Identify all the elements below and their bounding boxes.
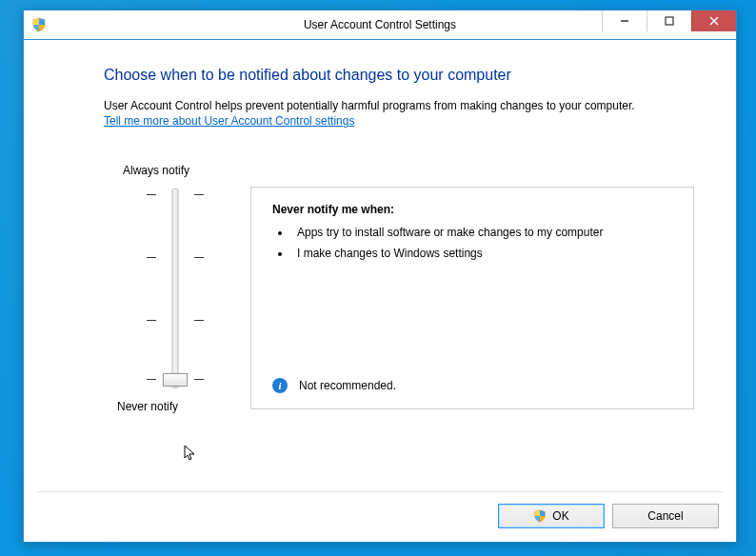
info-footer-text: Not recommended. (299, 379, 396, 392)
mouse-cursor-icon (184, 445, 197, 462)
cancel-button-label: Cancel (647, 509, 683, 523)
info-title: Never notify me when: (272, 203, 676, 216)
info-item: Apps try to install software or make cha… (291, 226, 676, 239)
page-heading: Choose when to be notified about changes… (104, 67, 702, 84)
uac-settings-window: User Account Control Settings Choose whe… (23, 10, 737, 543)
maximize-button[interactable] (647, 10, 691, 31)
slider-label-always: Always notify (123, 164, 189, 177)
info-icon (272, 378, 288, 393)
svg-rect-1 (666, 17, 673, 25)
slider-track (172, 189, 179, 388)
slider-label-never: Never notify (117, 400, 178, 413)
footer-buttons: OK Cancel (498, 504, 719, 528)
minimize-button[interactable] (602, 10, 647, 31)
slider-tick (147, 320, 204, 321)
tell-me-more-link[interactable]: Tell me more about User Account Control … (104, 114, 354, 128)
content: Choose when to be notified about changes… (24, 40, 736, 128)
info-item: I make changes to Windows settings (291, 247, 676, 260)
uac-shield-icon (31, 17, 47, 32)
slider-tick (147, 194, 204, 195)
info-footer: Not recommended. (272, 378, 396, 393)
divider (37, 491, 723, 492)
uac-shield-icon (533, 509, 547, 523)
desktop: User Account Control Settings Choose whe… (0, 0, 756, 556)
info-list: Apps try to install software or make cha… (272, 226, 676, 260)
titlebar[interactable]: User Account Control Settings (24, 10, 736, 40)
slider-column: Always notify Never notify (104, 164, 247, 413)
slider-handle[interactable] (163, 373, 188, 387)
slider-tick (147, 257, 204, 258)
close-button[interactable] (691, 10, 736, 31)
description-text: User Account Control helps prevent poten… (104, 99, 702, 112)
notification-slider[interactable] (147, 189, 204, 388)
cancel-button[interactable]: Cancel (612, 504, 719, 528)
ok-button-label: OK (552, 509, 568, 523)
body-row: Always notify Never notify Never notify … (104, 164, 694, 413)
client-area: Choose when to be notified about changes… (24, 40, 736, 542)
window-controls (602, 10, 736, 31)
ok-button[interactable]: OK (498, 504, 605, 528)
info-panel: Never notify me when: Apps try to instal… (250, 187, 694, 409)
